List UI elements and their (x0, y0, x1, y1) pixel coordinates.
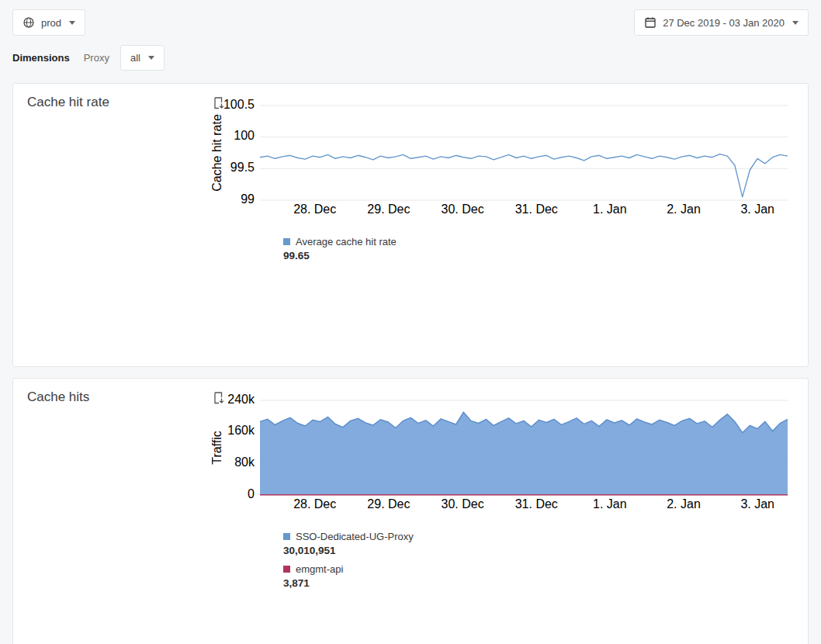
chevron-down-icon (148, 56, 154, 60)
svg-text:0: 0 (248, 487, 255, 500)
svg-text:2. Jan: 2. Jan (667, 203, 701, 216)
svg-text:28. Dec: 28. Dec (293, 497, 336, 511)
chart-card: Cache hits 240k160k80k028. Dec29. Dec30.… (12, 378, 809, 644)
svg-text:99: 99 (241, 192, 255, 206)
legend-swatch (283, 238, 290, 245)
svg-text:1. Jan: 1. Jan (593, 497, 627, 511)
legend-value: 99.65 (283, 250, 454, 261)
chart-legend: SSO-Dedicated-UG-Proxy30,010,951emgmt-ap… (283, 528, 454, 596)
environment-select[interactable]: prod (12, 9, 85, 36)
date-range-value: 27 Dec 2019 - 03 Jan 2020 (663, 17, 785, 29)
dimensions-label: Dimensions (12, 52, 70, 64)
svg-text:29. Dec: 29. Dec (367, 497, 410, 511)
svg-text:80k: 80k (234, 455, 255, 469)
legend-item: emgmt-api (283, 563, 454, 575)
date-range-picker[interactable]: 27 Dec 2019 - 03 Jan 2020 (634, 9, 809, 36)
top-bar: prod 27 Dec 2019 - 03 Jan 2020 (0, 0, 821, 37)
legend-label: emgmt-api (296, 563, 343, 575)
svg-text:2. Jan: 2. Jan (667, 497, 701, 511)
svg-text:Cache hit rate: Cache hit rate (212, 114, 223, 192)
environment-value: prod (41, 17, 61, 29)
svg-text:1. Jan: 1. Jan (593, 203, 627, 216)
globe-icon (23, 16, 35, 29)
proxy-select[interactable]: all (120, 45, 165, 71)
export-report-icon[interactable]: 100.510099.59928. Dec29. Dec30. Dec31. D… (210, 95, 794, 225)
svg-text:30. Dec: 30. Dec (442, 497, 484, 511)
svg-text:240k: 240k (227, 393, 255, 406)
svg-text:3. Jan: 3. Jan (740, 497, 774, 511)
legend-item: SSO-Dedicated-UG-Proxy (283, 531, 454, 542)
export-report-icon[interactable]: 240k160k80k028. Dec29. Dec30. Dec31. Dec… (210, 390, 794, 520)
chart-plot (27, 233, 260, 349)
svg-text:100: 100 (234, 129, 255, 142)
svg-text:100.5: 100.5 (223, 98, 255, 111)
svg-text:29. Dec: 29. Dec (367, 203, 410, 216)
svg-text:3. Jan: 3. Jan (740, 203, 774, 216)
legend-swatch (283, 533, 290, 540)
svg-text:160k: 160k (227, 424, 255, 437)
svg-text:28. Dec: 28. Dec (293, 203, 336, 216)
chart-title: Cache hits (27, 390, 89, 405)
svg-text:99.5: 99.5 (230, 161, 255, 174)
chevron-down-icon (69, 21, 75, 25)
legend-label: Average cache hit rate (296, 236, 397, 248)
svg-text:31. Dec: 31. Dec (515, 203, 558, 216)
chevron-down-icon (792, 21, 798, 25)
legend-label: SSO-Dedicated-UG-Proxy (296, 531, 414, 542)
legend-item: Average cache hit rate (283, 236, 454, 248)
proxy-label: Proxy (84, 52, 109, 64)
chart-plot (27, 528, 260, 644)
proxy-select-value: all (130, 52, 140, 64)
legend-value: 3,871 (283, 577, 454, 589)
svg-text:31. Dec: 31. Dec (515, 497, 558, 511)
legend-value: 30,010,951 (283, 545, 454, 556)
chart-legend: Average cache hit rate99.65 (283, 233, 454, 268)
svg-text:30. Dec: 30. Dec (442, 203, 484, 216)
dimensions-bar: Dimensions Proxy all (0, 37, 821, 83)
chart-title: Cache hit rate (27, 95, 109, 110)
svg-text:Traffic: Traffic (212, 431, 223, 465)
charts-container: Cache hit rate 100.510099.59928. Dec29. … (0, 83, 821, 644)
chart-card: Cache hit rate 100.510099.59928. Dec29. … (12, 83, 809, 367)
legend-swatch (283, 566, 290, 573)
calendar-icon (644, 16, 656, 29)
